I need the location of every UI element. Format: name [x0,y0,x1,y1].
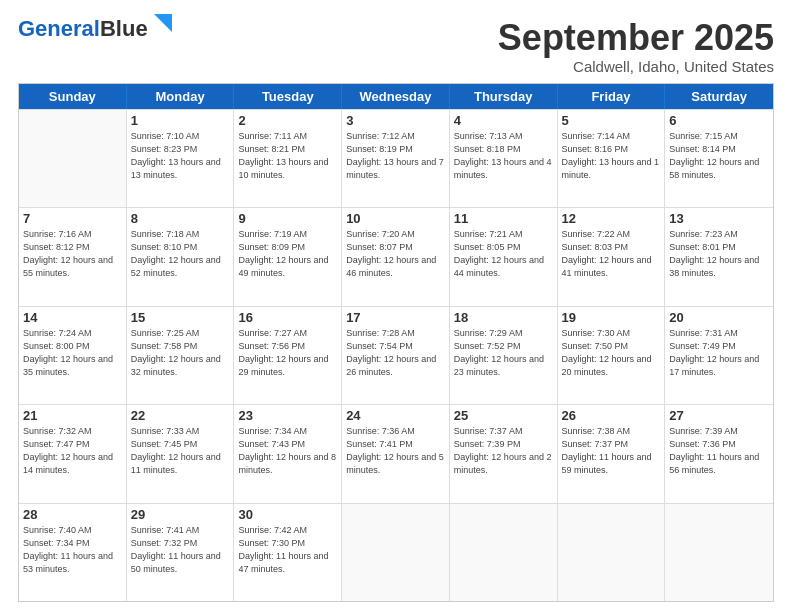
day-info: Sunrise: 7:28 AM Sunset: 7:54 PM Dayligh… [346,327,445,379]
day-info: Sunrise: 7:25 AM Sunset: 7:58 PM Dayligh… [131,327,230,379]
day-info: Sunrise: 7:21 AM Sunset: 8:05 PM Dayligh… [454,228,553,280]
day-info: Sunrise: 7:10 AM Sunset: 8:23 PM Dayligh… [131,130,230,182]
day-info: Sunrise: 7:29 AM Sunset: 7:52 PM Dayligh… [454,327,553,379]
day-number: 21 [23,408,122,423]
calendar-row-2: 14Sunrise: 7:24 AM Sunset: 8:00 PM Dayli… [19,306,773,404]
calendar-cell: 16Sunrise: 7:27 AM Sunset: 7:56 PM Dayli… [234,307,342,404]
calendar-cell [342,504,450,601]
logo-arrow-icon [154,14,172,36]
cal-header-friday: Friday [558,84,666,109]
calendar-row-1: 7Sunrise: 7:16 AM Sunset: 8:12 PM Daylig… [19,207,773,305]
calendar-cell: 28Sunrise: 7:40 AM Sunset: 7:34 PM Dayli… [19,504,127,601]
calendar: SundayMondayTuesdayWednesdayThursdayFrid… [18,83,774,602]
day-number: 27 [669,408,769,423]
calendar-cell: 29Sunrise: 7:41 AM Sunset: 7:32 PM Dayli… [127,504,235,601]
day-number: 5 [562,113,661,128]
cal-header-saturday: Saturday [665,84,773,109]
day-number: 14 [23,310,122,325]
header: GeneralBlue September 2025 Caldwell, Ida… [18,18,774,75]
calendar-cell: 3Sunrise: 7:12 AM Sunset: 8:19 PM Daylig… [342,110,450,207]
day-info: Sunrise: 7:30 AM Sunset: 7:50 PM Dayligh… [562,327,661,379]
day-number: 30 [238,507,337,522]
calendar-cell: 25Sunrise: 7:37 AM Sunset: 7:39 PM Dayli… [450,405,558,502]
calendar-cell: 21Sunrise: 7:32 AM Sunset: 7:47 PM Dayli… [19,405,127,502]
cal-header-thursday: Thursday [450,84,558,109]
day-number: 23 [238,408,337,423]
logo-blue-text: Blue [100,16,148,41]
day-number: 17 [346,310,445,325]
day-number: 15 [131,310,230,325]
day-number: 20 [669,310,769,325]
calendar-cell: 18Sunrise: 7:29 AM Sunset: 7:52 PM Dayli… [450,307,558,404]
day-info: Sunrise: 7:16 AM Sunset: 8:12 PM Dayligh… [23,228,122,280]
logo-img: GeneralBlue [18,18,172,40]
day-info: Sunrise: 7:13 AM Sunset: 8:18 PM Dayligh… [454,130,553,182]
day-number: 26 [562,408,661,423]
calendar-cell [558,504,666,601]
day-info: Sunrise: 7:24 AM Sunset: 8:00 PM Dayligh… [23,327,122,379]
calendar-row-4: 28Sunrise: 7:40 AM Sunset: 7:34 PM Dayli… [19,503,773,601]
day-number: 1 [131,113,230,128]
day-number: 4 [454,113,553,128]
calendar-cell [19,110,127,207]
calendar-cell: 23Sunrise: 7:34 AM Sunset: 7:43 PM Dayli… [234,405,342,502]
calendar-cell: 26Sunrise: 7:38 AM Sunset: 7:37 PM Dayli… [558,405,666,502]
day-info: Sunrise: 7:42 AM Sunset: 7:30 PM Dayligh… [238,524,337,576]
calendar-cell: 5Sunrise: 7:14 AM Sunset: 8:16 PM Daylig… [558,110,666,207]
day-info: Sunrise: 7:22 AM Sunset: 8:03 PM Dayligh… [562,228,661,280]
day-number: 19 [562,310,661,325]
day-info: Sunrise: 7:34 AM Sunset: 7:43 PM Dayligh… [238,425,337,477]
calendar-cell: 4Sunrise: 7:13 AM Sunset: 8:18 PM Daylig… [450,110,558,207]
day-number: 10 [346,211,445,226]
day-info: Sunrise: 7:40 AM Sunset: 7:34 PM Dayligh… [23,524,122,576]
calendar-cell: 19Sunrise: 7:30 AM Sunset: 7:50 PM Dayli… [558,307,666,404]
calendar-cell: 22Sunrise: 7:33 AM Sunset: 7:45 PM Dayli… [127,405,235,502]
day-number: 12 [562,211,661,226]
cal-header-wednesday: Wednesday [342,84,450,109]
calendar-cell: 13Sunrise: 7:23 AM Sunset: 8:01 PM Dayli… [665,208,773,305]
day-info: Sunrise: 7:12 AM Sunset: 8:19 PM Dayligh… [346,130,445,182]
calendar-cell: 8Sunrise: 7:18 AM Sunset: 8:10 PM Daylig… [127,208,235,305]
day-info: Sunrise: 7:39 AM Sunset: 7:36 PM Dayligh… [669,425,769,477]
page: GeneralBlue September 2025 Caldwell, Ida… [0,0,792,612]
svg-marker-0 [154,14,172,32]
calendar-cell: 20Sunrise: 7:31 AM Sunset: 7:49 PM Dayli… [665,307,773,404]
day-info: Sunrise: 7:27 AM Sunset: 7:56 PM Dayligh… [238,327,337,379]
day-number: 29 [131,507,230,522]
day-number: 7 [23,211,122,226]
calendar-cell: 1Sunrise: 7:10 AM Sunset: 8:23 PM Daylig… [127,110,235,207]
day-info: Sunrise: 7:41 AM Sunset: 7:32 PM Dayligh… [131,524,230,576]
subtitle: Caldwell, Idaho, United States [498,58,774,75]
day-info: Sunrise: 7:18 AM Sunset: 8:10 PM Dayligh… [131,228,230,280]
cal-header-tuesday: Tuesday [234,84,342,109]
calendar-cell: 2Sunrise: 7:11 AM Sunset: 8:21 PM Daylig… [234,110,342,207]
calendar-cell: 12Sunrise: 7:22 AM Sunset: 8:03 PM Dayli… [558,208,666,305]
calendar-cell: 14Sunrise: 7:24 AM Sunset: 8:00 PM Dayli… [19,307,127,404]
day-number: 18 [454,310,553,325]
logo-text: GeneralBlue [18,18,148,40]
calendar-cell: 30Sunrise: 7:42 AM Sunset: 7:30 PM Dayli… [234,504,342,601]
title-block: September 2025 Caldwell, Idaho, United S… [498,18,774,75]
calendar-cell [450,504,558,601]
day-info: Sunrise: 7:31 AM Sunset: 7:49 PM Dayligh… [669,327,769,379]
day-info: Sunrise: 7:20 AM Sunset: 8:07 PM Dayligh… [346,228,445,280]
main-title: September 2025 [498,18,774,58]
day-number: 9 [238,211,337,226]
calendar-cell: 15Sunrise: 7:25 AM Sunset: 7:58 PM Dayli… [127,307,235,404]
calendar-cell: 7Sunrise: 7:16 AM Sunset: 8:12 PM Daylig… [19,208,127,305]
calendar-header: SundayMondayTuesdayWednesdayThursdayFrid… [19,84,773,109]
day-info: Sunrise: 7:37 AM Sunset: 7:39 PM Dayligh… [454,425,553,477]
calendar-row-0: 1Sunrise: 7:10 AM Sunset: 8:23 PM Daylig… [19,109,773,207]
calendar-cell: 10Sunrise: 7:20 AM Sunset: 8:07 PM Dayli… [342,208,450,305]
day-number: 3 [346,113,445,128]
day-info: Sunrise: 7:19 AM Sunset: 8:09 PM Dayligh… [238,228,337,280]
day-info: Sunrise: 7:38 AM Sunset: 7:37 PM Dayligh… [562,425,661,477]
day-number: 22 [131,408,230,423]
calendar-cell [665,504,773,601]
day-number: 28 [23,507,122,522]
calendar-cell: 9Sunrise: 7:19 AM Sunset: 8:09 PM Daylig… [234,208,342,305]
day-info: Sunrise: 7:15 AM Sunset: 8:14 PM Dayligh… [669,130,769,182]
day-number: 6 [669,113,769,128]
logo-general: General [18,16,100,41]
cal-header-sunday: Sunday [19,84,127,109]
